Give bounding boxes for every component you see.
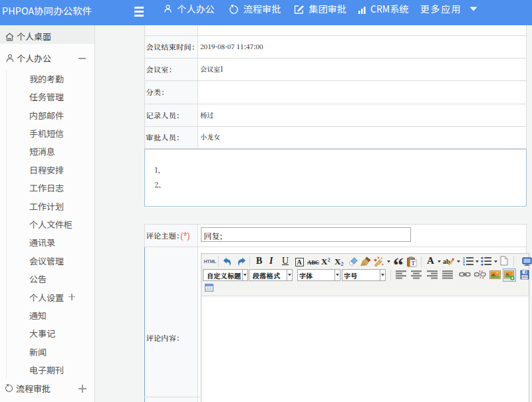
svg-text:T: T [411,260,415,266]
svg-text:3: 3 [463,263,465,266]
